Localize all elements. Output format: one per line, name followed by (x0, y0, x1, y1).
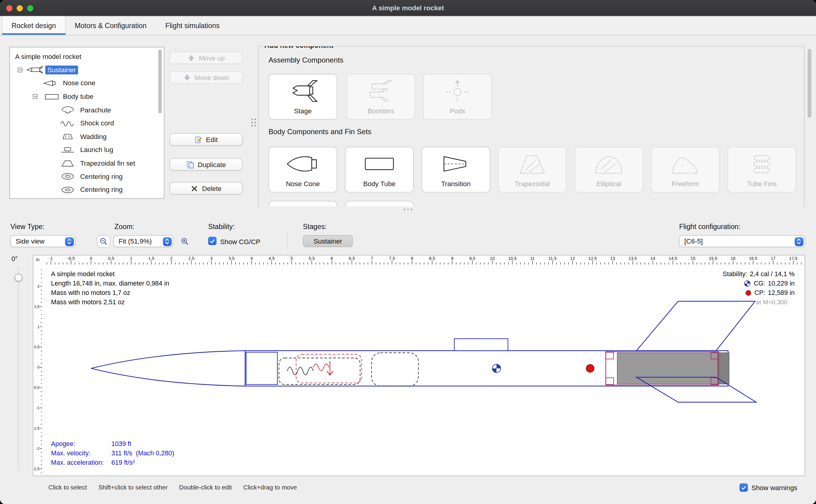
tree-item-parachute[interactable]: Parachute (10, 103, 164, 117)
zoom-out-button[interactable] (97, 235, 110, 247)
openrocket-window: A simple model rocket Rocket design Moto… (0, 0, 816, 504)
svg-text:10: 10 (490, 256, 495, 261)
nose-cone-shape[interactable] (91, 351, 245, 386)
svg-text:15,5: 15,5 (709, 256, 717, 261)
svg-text:2,5: 2,5 (188, 256, 194, 261)
delete-button[interactable]: Delete (170, 182, 242, 195)
launch-lug-icon (60, 146, 75, 153)
stability-text-label: Stability: (723, 270, 747, 279)
tree-item-shock-cord[interactable]: Shock cord (10, 117, 164, 130)
add-transition-card[interactable]: Transition (422, 147, 490, 193)
svg-text:0: 0 (37, 365, 40, 370)
svg-text:-1: -1 (36, 405, 40, 410)
zoom-select[interactable]: Fit (51,9%) (113, 235, 173, 247)
svg-text:-2: -2 (36, 446, 40, 451)
rotation-slider-knob[interactable] (15, 274, 22, 282)
tree-item-body-tube[interactable]: Body tube (10, 90, 164, 103)
svg-text:9: 9 (451, 256, 453, 261)
add-trapezoidal-fin-card[interactable]: Trapezoidal (498, 147, 567, 193)
tree-item-centering-ring[interactable]: Centering ring (10, 183, 164, 196)
close-window-button[interactable] (6, 5, 13, 11)
body-tube-icon (45, 93, 59, 100)
svg-text:-0,5: -0,5 (33, 385, 40, 390)
tab-motors-configuration[interactable]: Motors & Configuration (65, 16, 156, 35)
add-tube-fins-card[interactable]: Tube Fins (727, 147, 796, 193)
vertical-split-handle[interactable] (251, 119, 256, 127)
svg-text:11,5: 11,5 (549, 256, 557, 261)
add-component-panel: Add new component Assembly Components St… (258, 46, 805, 207)
zoom-in-button[interactable] (178, 235, 192, 247)
add-freeform-fin-card[interactable]: Freeform (651, 147, 720, 193)
launch-lug-shape[interactable] (454, 339, 508, 351)
svg-text:17,5: 17,5 (789, 256, 798, 261)
horizontal-split-handle[interactable] (404, 208, 412, 210)
tree-item-launch-lug[interactable]: Launch lug (10, 143, 164, 157)
checkmark-icon (210, 239, 215, 243)
cp-label: CP: (754, 288, 765, 298)
checkmark-icon (741, 485, 746, 490)
svg-text:6,5: 6,5 (349, 256, 355, 261)
tab-flight-simulations[interactable]: Flight simulations (156, 16, 229, 35)
fullscreen-window-button[interactable] (27, 5, 34, 11)
svg-text:-2,5: -2,5 (33, 467, 40, 471)
svg-text:1: 1 (37, 325, 40, 329)
svg-text:13: 13 (610, 256, 615, 261)
svg-text:1,5: 1,5 (148, 256, 154, 261)
duplicate-button[interactable]: Duplicate (170, 158, 242, 170)
mach-note: at M=0,300 (756, 298, 787, 307)
svg-text:0: 0 (90, 256, 92, 261)
svg-text:17: 17 (771, 256, 776, 261)
svg-text:5,5: 5,5 (309, 256, 315, 261)
svg-text:-0,5: -0,5 (67, 256, 75, 261)
tree-item-partial[interactable] (10, 196, 164, 199)
panel-scrollbar-thumb[interactable] (808, 49, 811, 118)
nose-cone-icon (43, 79, 58, 87)
vertical-ruler: -2,5-2-1,5-1-0,500,511,52 (33, 265, 42, 477)
transition-icon (438, 147, 474, 180)
add-stage-card[interactable]: Stage (269, 74, 337, 120)
add-pods-card[interactable]: Pods (423, 74, 492, 120)
edit-button[interactable]: Edit (170, 133, 242, 146)
view-type-select[interactable]: Side view (10, 235, 75, 247)
stability-info-block: Stability: 2,4 cal / 14,1 % CG: 10,229 i… (723, 270, 795, 307)
tree-item-nose-cone[interactable]: Nose cone (10, 76, 164, 90)
cg-value: 10,229 in (768, 279, 795, 288)
window-title: A simple model rocket (372, 4, 444, 12)
tree-item-rocket-root[interactable]: A simple model rocket (10, 50, 164, 63)
wadding-icon (60, 133, 75, 140)
add-nose-cone-card[interactable]: Nose Cone (269, 147, 337, 193)
stage-sustainer-toggle[interactable]: Sustainer (303, 235, 353, 247)
tab-rocket-design[interactable]: Rocket design (2, 16, 65, 35)
panel-legend: Add new component (262, 46, 336, 50)
motor-shape[interactable] (617, 353, 729, 384)
collapse-handle[interactable] (18, 68, 22, 72)
add-elliptical-fin-card[interactable]: Elliptical (575, 147, 643, 193)
toolbar-separator (287, 232, 288, 250)
svg-text:5: 5 (290, 256, 293, 261)
rocket-view-canvas: in -1-0,500,511,522,533,544,555,566,577,… (33, 255, 805, 476)
move-down-button[interactable]: Move down (170, 71, 242, 84)
tree-item-centering-ring[interactable]: Centering ring (10, 170, 164, 183)
tree-item-wadding[interactable]: Wadding (10, 130, 164, 143)
minimize-window-button[interactable] (17, 5, 23, 11)
flight-data-block: Apogee:1039 ft Max. velocity:311 ft/s(Ma… (51, 439, 174, 467)
rotation-angle-label: 0° (11, 255, 18, 263)
component-card-partial[interactable] (345, 201, 414, 207)
show-warnings-checkbox[interactable] (740, 483, 748, 492)
svg-text:0,5: 0,5 (108, 256, 114, 261)
add-body-tube-card[interactable]: Body Tube (345, 147, 414, 193)
tree-item-sustainer[interactable]: Sustainer (10, 63, 164, 76)
horizontal-ruler: -1-0,500,511,522,533,544,555,566,577,588… (42, 255, 805, 265)
tree-scrollbar-thumb[interactable] (158, 50, 162, 114)
add-boosters-card[interactable]: Boosters (347, 74, 415, 120)
collapse-handle[interactable] (33, 94, 37, 99)
show-cgcp-checkbox[interactable] (208, 237, 217, 245)
flight-configuration-select[interactable]: [C6-5] (679, 235, 805, 247)
stability-value: 2,4 cal / 14,1 % (750, 270, 795, 279)
stability-label: Stability: (208, 223, 235, 231)
tree-item-trapezoidal-fin-set[interactable]: Trapezoidal fin set (10, 157, 164, 170)
component-card-partial[interactable] (269, 201, 337, 207)
move-up-button[interactable]: Move up (170, 51, 242, 64)
fin-shape-upper[interactable] (636, 301, 755, 351)
main-tab-bar: Rocket design Motors & Configuration Fli… (0, 16, 816, 35)
